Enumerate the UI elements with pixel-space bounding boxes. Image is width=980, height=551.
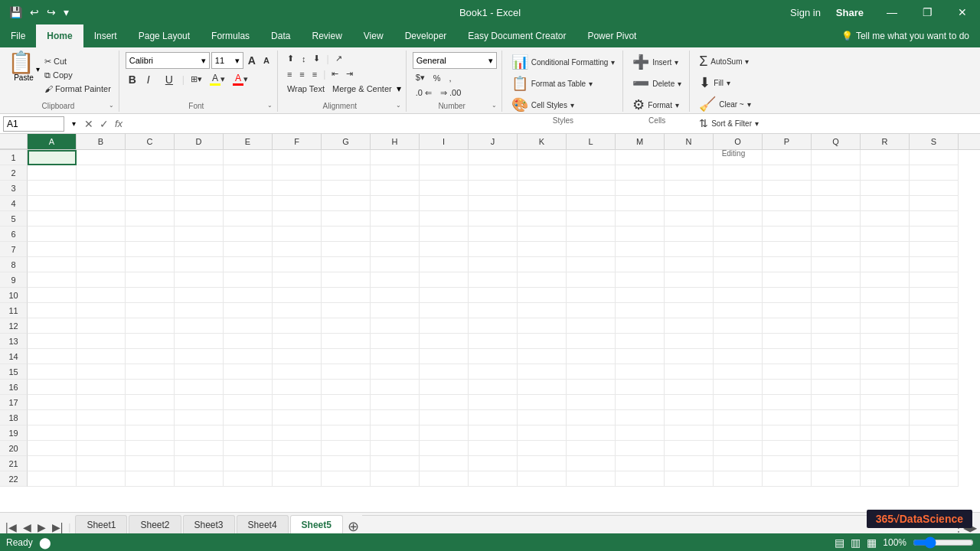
col-header-H[interactable]: H (371, 134, 420, 149)
cell-I15[interactable] (420, 364, 469, 380)
cell-L11[interactable] (567, 303, 616, 318)
cell-R9[interactable] (861, 272, 910, 288)
cell-D5[interactable] (175, 211, 224, 227)
cell-M14[interactable] (616, 349, 665, 364)
cell-I21[interactable] (420, 456, 469, 471)
sort-filter-button[interactable]: ⇅ Sort & Filter ▾ (696, 116, 762, 131)
cell-H6[interactable] (371, 227, 420, 242)
col-header-C[interactable]: C (126, 134, 175, 149)
cell-O17[interactable] (714, 395, 763, 410)
cell-K14[interactable] (518, 349, 567, 364)
sheet-nav-next[interactable]: ▶ (35, 521, 48, 533)
col-header-I[interactable]: I (420, 134, 469, 149)
cell-H21[interactable] (371, 456, 420, 471)
cell-I5[interactable] (420, 211, 469, 227)
font-shrink-button[interactable]: A (260, 54, 273, 67)
cell-H22[interactable] (371, 471, 420, 487)
cell-C14[interactable] (126, 349, 175, 364)
font-size-dropdown[interactable]: 11▾ (211, 52, 243, 69)
cell-F11[interactable] (273, 303, 322, 318)
row-header-13[interactable]: 13 (0, 334, 28, 349)
share-button[interactable]: Share (827, 5, 873, 21)
row-header-5[interactable]: 5 (0, 211, 28, 227)
cell-Q15[interactable] (812, 364, 861, 380)
cell-M20[interactable] (616, 441, 665, 456)
underline-button[interactable]: U (162, 72, 179, 87)
cell-E2[interactable] (224, 165, 273, 181)
cell-I16[interactable] (420, 380, 469, 395)
col-header-N[interactable]: N (665, 134, 714, 149)
cell-L9[interactable] (567, 272, 616, 288)
redo-button[interactable]: ↪ (44, 5, 59, 20)
cell-E10[interactable] (224, 288, 273, 303)
sheet-tab-sheet2[interactable]: Sheet2 (129, 515, 181, 533)
cell-O3[interactable] (714, 181, 763, 196)
cell-H12[interactable] (371, 318, 420, 334)
sign-in-button[interactable]: Sign in (790, 7, 821, 18)
cell-I10[interactable] (420, 288, 469, 303)
cell-S14[interactable] (910, 349, 959, 364)
cell-B22[interactable] (77, 471, 126, 487)
cut-button[interactable]: ✂ Cut (41, 55, 114, 68)
cell-C10[interactable] (126, 288, 175, 303)
cell-I11[interactable] (420, 303, 469, 318)
sheet-tab-sheet4[interactable]: Sheet4 (237, 515, 289, 533)
cell-L14[interactable] (567, 349, 616, 364)
cell-F9[interactable] (273, 272, 322, 288)
cell-S2[interactable] (910, 165, 959, 181)
cell-E16[interactable] (224, 380, 273, 395)
cell-C16[interactable] (126, 380, 175, 395)
cell-G2[interactable] (322, 165, 371, 181)
col-header-P[interactable]: P (763, 134, 812, 149)
cell-R12[interactable] (861, 318, 910, 334)
cell-E19[interactable] (224, 425, 273, 441)
cell-B9[interactable] (77, 272, 126, 288)
cell-S15[interactable] (910, 364, 959, 380)
cell-B7[interactable] (77, 242, 126, 257)
cell-O9[interactable] (714, 272, 763, 288)
cell-P2[interactable] (763, 165, 812, 181)
cell-N13[interactable] (665, 334, 714, 349)
view-layout-button[interactable]: ▥ (851, 536, 861, 549)
cell-A6[interactable] (28, 227, 77, 242)
cell-I13[interactable] (420, 334, 469, 349)
cell-J10[interactable] (469, 288, 518, 303)
cell-R4[interactable] (861, 196, 910, 211)
cell-K5[interactable] (518, 211, 567, 227)
row-header-17[interactable]: 17 (0, 395, 28, 410)
cell-R17[interactable] (861, 395, 910, 410)
cell-Q6[interactable] (812, 227, 861, 242)
cell-C20[interactable] (126, 441, 175, 456)
cell-C17[interactable] (126, 395, 175, 410)
col-header-Q[interactable]: Q (812, 134, 861, 149)
cell-M9[interactable] (616, 272, 665, 288)
clear-button[interactable]: 🧹 Clear ~ ▾ (696, 94, 754, 114)
cell-J6[interactable] (469, 227, 518, 242)
cell-E4[interactable] (224, 196, 273, 211)
cell-P20[interactable] (763, 441, 812, 456)
comma-button[interactable]: , (446, 72, 455, 84)
cell-O14[interactable] (714, 349, 763, 364)
col-header-F[interactable]: F (273, 134, 322, 149)
cell-P14[interactable] (763, 349, 812, 364)
view-break-button[interactable]: ▦ (867, 536, 877, 549)
cell-H3[interactable] (371, 181, 420, 196)
cell-K22[interactable] (518, 471, 567, 487)
cell-A12[interactable] (28, 318, 77, 334)
cell-I8[interactable] (420, 257, 469, 272)
tab-page-layout[interactable]: Page Layout (128, 24, 201, 47)
clipboard-expand-icon[interactable]: ⌄ (109, 102, 114, 109)
cell-J1[interactable] (469, 150, 518, 165)
sheet-tab-sheet3[interactable]: Sheet3 (183, 515, 235, 533)
cell-L20[interactable] (567, 441, 616, 456)
cell-F5[interactable] (273, 211, 322, 227)
cell-F20[interactable] (273, 441, 322, 456)
cell-S19[interactable] (910, 425, 959, 441)
font-color-button[interactable]: A ▾ (230, 71, 251, 87)
cell-M22[interactable] (616, 471, 665, 487)
cell-R8[interactable] (861, 257, 910, 272)
cell-M6[interactable] (616, 227, 665, 242)
align-center-button[interactable]: ≡ (296, 68, 307, 80)
cell-S13[interactable] (910, 334, 959, 349)
wrap-text-button[interactable]: Wrap Text (284, 83, 328, 95)
